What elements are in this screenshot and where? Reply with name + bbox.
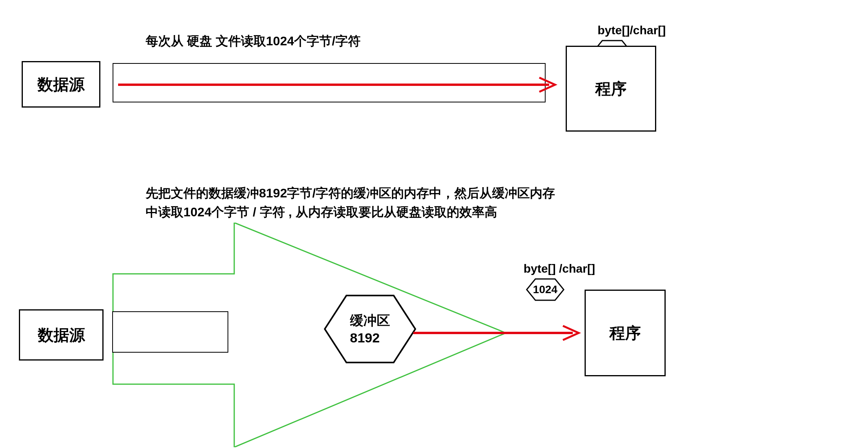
bottom-caption: 先把文件的数据缓冲8192字节/字符的缓冲区的内存中，然后从缓冲区内存 中读取1… bbox=[146, 184, 579, 221]
bottom-hexagon-1024: 1024 bbox=[526, 278, 565, 301]
top-source-box: 数据源 bbox=[22, 61, 100, 108]
bottom-target-box: 程序 bbox=[585, 290, 666, 376]
buffer-hexagon: 缓冲区 8192 bbox=[323, 294, 417, 364]
top-byte-char-label: byte[]/char[] bbox=[598, 24, 666, 37]
top-caption: 每次从 硬盘 文件读取1024个字节/字符 bbox=[146, 32, 361, 50]
top-target-box: 程序 bbox=[566, 46, 656, 132]
bottom-byte-char-label: byte[] /char[] bbox=[524, 262, 595, 275]
top-red-arrow bbox=[118, 77, 563, 93]
bottom-channel bbox=[112, 311, 228, 353]
bottom-source-box: 数据源 bbox=[19, 309, 104, 361]
bottom-red-arrow bbox=[413, 325, 587, 341]
